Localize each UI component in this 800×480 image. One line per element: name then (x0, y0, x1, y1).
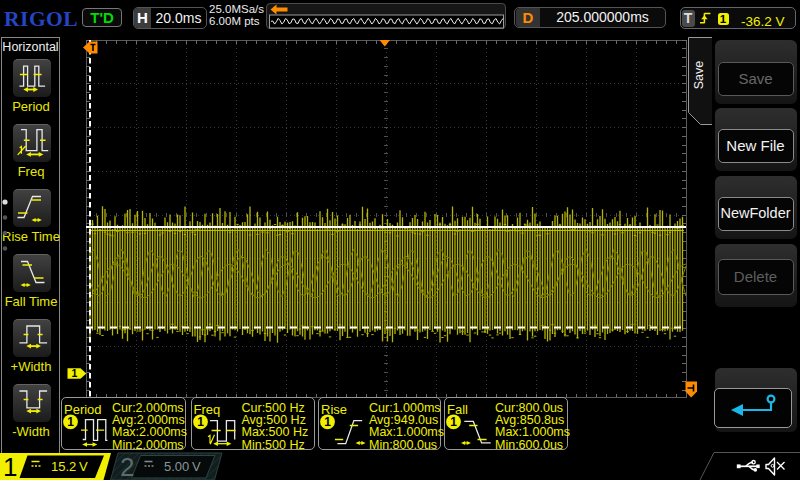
svg-text:15.2 V: 15.2 V (51, 459, 88, 474)
svg-text:1: 1 (72, 367, 78, 379)
svg-text:1: 1 (3, 452, 17, 480)
svg-text:1: 1 (450, 415, 457, 429)
svg-text:1: 1 (324, 415, 331, 429)
svg-text:2: 2 (120, 452, 134, 480)
svg-text:1: 1 (197, 415, 204, 429)
svg-text:5.00 V: 5.00 V (164, 459, 201, 474)
svg-text:1: 1 (67, 415, 74, 429)
